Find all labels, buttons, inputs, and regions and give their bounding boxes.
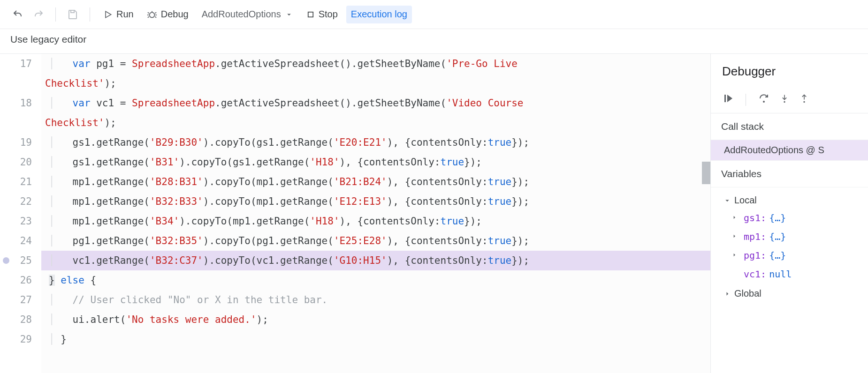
execution-log-button[interactable]: Execution log (346, 6, 412, 23)
line-number[interactable]: 19 (0, 133, 41, 152)
undo-button[interactable] (9, 6, 26, 23)
step-out-icon (799, 93, 809, 104)
debugger-title: Debugger (711, 54, 868, 89)
line-number[interactable]: 23 (0, 211, 41, 231)
execution-log-label: Execution log (351, 9, 407, 20)
toolbar: Run Debug AddRoutedOptions Stop Executio… (0, 0, 868, 29)
line-number[interactable]: 27 (0, 290, 41, 310)
chevron-right-icon (731, 212, 741, 224)
variable-name: vc1: (744, 269, 766, 280)
code-line[interactable]: │ gs1.getRange('B29:B30').copyTo(gs1.get… (41, 133, 710, 152)
variable-name: gs1: (744, 212, 766, 224)
run-button[interactable]: Run (99, 6, 138, 23)
resume-button[interactable] (722, 93, 733, 106)
line-number[interactable]: 29 (0, 329, 41, 349)
line-number[interactable]: 20 (0, 152, 41, 172)
code-line[interactable]: │ gs1.getRange('B31').copyTo(gs1.getRang… (41, 152, 710, 172)
undo-icon (12, 9, 23, 20)
variable-row[interactable]: pg1: {…} (727, 246, 868, 265)
svg-marker-0 (106, 11, 111, 17)
svg-point-5 (763, 101, 765, 103)
scope-global-label: Global (734, 288, 761, 299)
code-line[interactable]: │ ui.alert('No tasks were added.'); (41, 310, 710, 329)
scrollbar-thumb[interactable] (702, 162, 710, 184)
code-content[interactable]: │ var pg1 = SpreadsheetApp.getActiveSpre… (41, 54, 710, 373)
main: 17181920212223242526272829 │ var pg1 = S… (0, 53, 868, 373)
variable-name: pg1: (744, 250, 766, 261)
svg-point-6 (784, 101, 785, 103)
run-label: Run (116, 9, 134, 20)
redo-button[interactable] (30, 6, 47, 23)
code-line[interactable]: │ vc1.getRange('B32:C37').copyTo(vc1.get… (41, 251, 710, 270)
variable-value: null (769, 269, 792, 280)
line-number[interactable]: 26 (0, 270, 41, 290)
separator (90, 7, 90, 22)
variable-name: mp1: (744, 231, 766, 242)
line-number[interactable]: 24 (0, 231, 41, 251)
svg-rect-3 (724, 95, 726, 102)
code-line[interactable]: │ var pg1 = SpreadsheetApp.getActiveSpre… (41, 54, 710, 74)
save-button[interactable] (64, 6, 81, 23)
code-line[interactable]: │ mp1.getRange('B32:B33').copyTo(mp1.get… (41, 192, 710, 211)
step-into-button[interactable] (780, 93, 789, 106)
code-line[interactable]: Checklist'); (41, 113, 710, 133)
line-number[interactable]: 28 (0, 310, 41, 329)
subbar: Use legacy editor (0, 29, 868, 53)
svg-point-7 (803, 101, 805, 103)
function-selected-name: AddRoutedOptions (202, 9, 281, 20)
variable-row[interactable]: mp1: {…} (727, 227, 868, 246)
svg-marker-4 (727, 95, 732, 102)
variable-value: {…} (769, 231, 786, 242)
chevron-right-icon (731, 231, 741, 242)
svg-point-1 (149, 12, 154, 17)
call-stack-header: Call stack (711, 113, 868, 140)
resume-icon (722, 93, 733, 104)
line-number[interactable] (0, 74, 41, 93)
code-line[interactable]: │ // User clicked "No" or X in the title… (41, 290, 710, 310)
stop-label: Stop (319, 9, 338, 20)
save-icon (67, 9, 78, 20)
code-line[interactable]: Checklist'); (41, 74, 710, 93)
scope-local-label: Local (734, 195, 757, 206)
scope-global[interactable]: Global (720, 283, 868, 302)
line-number[interactable]: 22 (0, 192, 41, 211)
function-selector[interactable]: AddRoutedOptions (197, 6, 298, 23)
separator (746, 94, 746, 106)
play-icon (103, 10, 113, 19)
chevron-down-icon (723, 196, 731, 205)
variables-tree: Local gs1: {…}mp1: {…}pg1: {…}vc1: null … (711, 187, 868, 302)
chevron-down-icon (285, 10, 293, 19)
svg-rect-2 (308, 12, 313, 17)
variable-value: {…} (769, 212, 786, 224)
code-editor[interactable]: 17181920212223242526272829 │ var pg1 = S… (0, 54, 710, 373)
step-into-icon (780, 93, 789, 104)
separator (55, 7, 56, 22)
variables-header: Variables (711, 160, 868, 187)
code-line[interactable]: │ var vc1 = SpreadsheetApp.getActiveSpre… (41, 93, 710, 113)
line-number[interactable]: 17 (0, 54, 41, 74)
line-number[interactable]: 18 (0, 93, 41, 113)
line-number[interactable]: 25 (0, 251, 41, 270)
code-line[interactable]: │ mp1.getRange('B28:B31').copyTo(mp1.get… (41, 172, 710, 192)
scope-local[interactable]: Local (720, 190, 868, 209)
variable-value: {…} (769, 250, 786, 261)
debugger-panel: Debugger Call stack AddRoutedOptions @ S… (710, 54, 868, 373)
code-line[interactable]: } else { (41, 270, 710, 290)
variable-row[interactable]: gs1: {…} (727, 209, 868, 227)
step-over-button[interactable] (758, 93, 769, 106)
variable-row[interactable]: vc1: null (727, 265, 868, 283)
line-number[interactable] (0, 113, 41, 133)
line-number[interactable]: 21 (0, 172, 41, 192)
code-line[interactable]: │ } (41, 329, 710, 349)
debug-button[interactable]: Debug (142, 6, 193, 23)
debugger-controls (711, 89, 868, 113)
line-number-gutter[interactable]: 17181920212223242526272829 (0, 54, 41, 373)
use-legacy-editor-link[interactable]: Use legacy editor (10, 34, 86, 45)
step-out-button[interactable] (799, 93, 809, 106)
debug-label: Debug (161, 9, 189, 20)
stack-frame[interactable]: AddRoutedOptions @ S (711, 140, 868, 160)
stop-button[interactable]: Stop (302, 6, 343, 23)
bug-icon (147, 9, 157, 20)
code-line[interactable]: │ pg1.getRange('B32:B35').copyTo(pg1.get… (41, 231, 710, 251)
code-line[interactable]: │ mp1.getRange('B34').copyTo(mp1.getRang… (41, 211, 710, 231)
